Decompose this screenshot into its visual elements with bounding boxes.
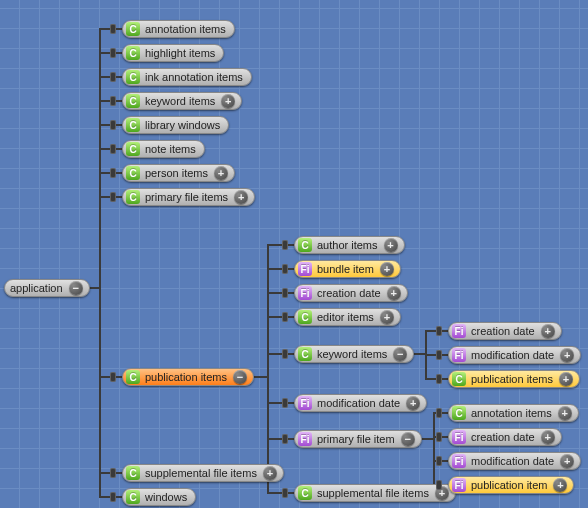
label: primary file item — [315, 433, 397, 445]
plus-icon[interactable]: + — [553, 478, 567, 492]
lvl1-node[interactable]: Cwindows — [122, 488, 196, 506]
plus-icon[interactable]: + — [380, 262, 394, 276]
collection-badge-icon: C — [126, 70, 140, 84]
lvl1-node[interactable]: Cnote items — [122, 140, 205, 158]
connector-grip-icon — [110, 24, 116, 34]
lvl1-node[interactable]: Csupplemental file items+ — [122, 464, 284, 482]
lvl1-node[interactable]: Cpublication items− — [122, 368, 254, 386]
connector-grip-icon — [282, 312, 288, 322]
label: windows — [143, 491, 189, 503]
plus-icon[interactable]: + — [221, 94, 235, 108]
label: library windows — [143, 119, 222, 131]
lvl1-node[interactable]: Clibrary windows — [122, 116, 229, 134]
plus-icon[interactable]: + — [541, 324, 555, 338]
label: creation date — [469, 431, 537, 443]
plus-icon[interactable]: + — [263, 466, 277, 480]
label: author items — [315, 239, 380, 251]
root-node[interactable]: application − — [4, 279, 90, 297]
property-badge-icon: Fi — [452, 348, 466, 362]
connector-grip-icon — [436, 456, 442, 466]
collection-badge-icon: C — [126, 118, 140, 132]
lvl3-node[interactable]: Fipublication item+ — [448, 476, 574, 494]
property-badge-icon: Fi — [298, 396, 312, 410]
connector-grip-icon — [282, 398, 288, 408]
collection-badge-icon: C — [126, 46, 140, 60]
label: annotation items — [469, 407, 554, 419]
connector-grip-icon — [110, 48, 116, 58]
plus-icon[interactable]: + — [380, 310, 394, 324]
lvl3-node[interactable]: Cpublication items+ — [448, 370, 580, 388]
lvl1-node[interactable]: Cperson items+ — [122, 164, 235, 182]
collection-badge-icon: C — [452, 406, 466, 420]
label: publication item — [469, 479, 549, 491]
lvl1-node[interactable]: Cprimary file items+ — [122, 188, 255, 206]
collection-badge-icon: C — [126, 490, 140, 504]
label: publication items — [143, 371, 229, 383]
lvl3-node[interactable]: Cannotation items+ — [448, 404, 579, 422]
label: supplemental file items — [315, 487, 431, 499]
label: supplemental file items — [143, 467, 259, 479]
lvl2-node[interactable]: Csupplemental file items+ — [294, 484, 456, 502]
plus-icon[interactable]: + — [384, 238, 398, 252]
lvl2-node[interactable]: Fibundle item+ — [294, 260, 401, 278]
connector-grip-icon — [110, 468, 116, 478]
plus-icon[interactable]: + — [560, 454, 574, 468]
collection-badge-icon: C — [126, 22, 140, 36]
collection-badge-icon: C — [126, 190, 140, 204]
plus-icon[interactable]: + — [387, 286, 401, 300]
minus-icon[interactable]: − — [401, 432, 415, 446]
lvl1-node[interactable]: Chighlight items — [122, 44, 224, 62]
plus-icon[interactable]: + — [559, 372, 573, 386]
minus-icon[interactable]: − — [393, 347, 407, 361]
lvl1-node[interactable]: Cink annotation items — [122, 68, 252, 86]
tree-diagram: application − Cannotation itemsChighligh… — [0, 0, 588, 508]
lvl1-node[interactable]: Cannotation items — [122, 20, 235, 38]
property-badge-icon: Fi — [452, 324, 466, 338]
property-badge-icon: Fi — [298, 432, 312, 446]
property-badge-icon: Fi — [452, 478, 466, 492]
label: note items — [143, 143, 198, 155]
collection-badge-icon: C — [298, 486, 312, 500]
label: person items — [143, 167, 210, 179]
plus-icon[interactable]: + — [406, 396, 420, 410]
label: ink annotation items — [143, 71, 245, 83]
connector-grip-icon — [282, 240, 288, 250]
lvl2-node[interactable]: Fimodification date+ — [294, 394, 427, 412]
minus-icon[interactable]: − — [69, 281, 83, 295]
connector-grip-icon — [110, 372, 116, 382]
lvl3-node[interactable]: Fimodification date+ — [448, 346, 581, 364]
plus-icon[interactable]: + — [541, 430, 555, 444]
lvl2-node[interactable]: Ficreation date+ — [294, 284, 408, 302]
plus-icon[interactable]: + — [558, 406, 572, 420]
collection-badge-icon: C — [126, 94, 140, 108]
collection-badge-icon: C — [126, 466, 140, 480]
lvl3-node[interactable]: Fimodification date+ — [448, 452, 581, 470]
lvl3-node[interactable]: Ficreation date+ — [448, 428, 562, 446]
lvl2-node[interactable]: Cauthor items+ — [294, 236, 405, 254]
label: keyword items — [143, 95, 217, 107]
collection-badge-icon: C — [298, 310, 312, 324]
label: editor items — [315, 311, 376, 323]
label: modification date — [469, 455, 556, 467]
label: keyword items — [315, 348, 389, 360]
connector-grip-icon — [110, 192, 116, 202]
connector-grip-icon — [436, 408, 442, 418]
connector-grip-icon — [436, 374, 442, 384]
lvl1-node[interactable]: Ckeyword items+ — [122, 92, 242, 110]
property-badge-icon: Fi — [452, 454, 466, 468]
lvl2-node[interactable]: Ckeyword items− — [294, 345, 414, 363]
connector-grip-icon — [282, 288, 288, 298]
collection-badge-icon: C — [126, 142, 140, 156]
plus-icon[interactable]: + — [560, 348, 574, 362]
lvl2-node[interactable]: Ceditor items+ — [294, 308, 401, 326]
minus-icon[interactable]: − — [233, 370, 247, 384]
label: bundle item — [315, 263, 376, 275]
label: primary file items — [143, 191, 230, 203]
connector-grip-icon — [110, 96, 116, 106]
connector-grip-icon — [436, 326, 442, 336]
property-badge-icon: Fi — [298, 286, 312, 300]
plus-icon[interactable]: + — [234, 190, 248, 204]
lvl3-node[interactable]: Ficreation date+ — [448, 322, 562, 340]
lvl2-node[interactable]: Fiprimary file item− — [294, 430, 422, 448]
plus-icon[interactable]: + — [214, 166, 228, 180]
